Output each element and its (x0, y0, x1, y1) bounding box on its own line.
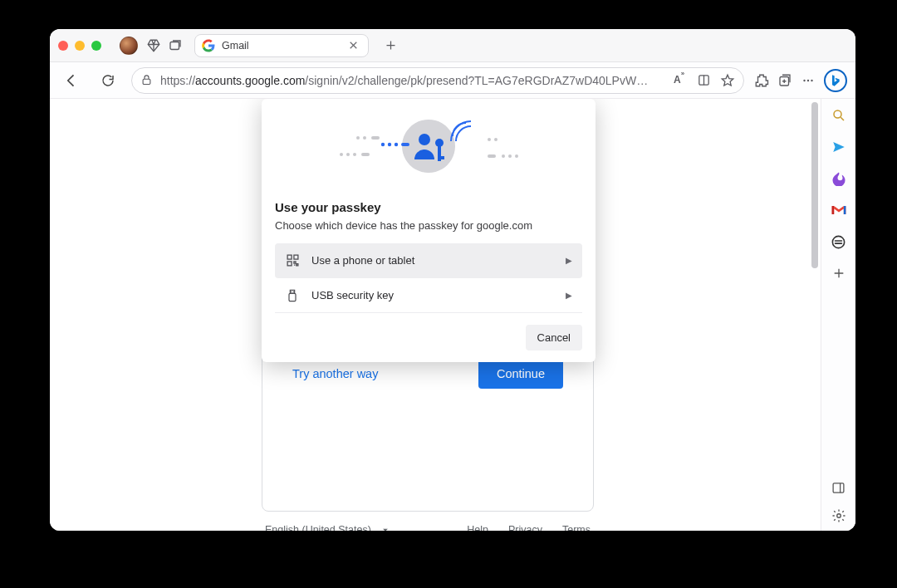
dialog-cancel-button[interactable]: Cancel (526, 325, 582, 350)
svg-point-5 (807, 79, 809, 81)
plus-icon[interactable] (831, 265, 847, 282)
page-footer: English (United States) Help Privacy Ter… (262, 524, 594, 531)
svg-point-17 (346, 153, 350, 156)
option-label: Use a phone or tablet (311, 254, 414, 267)
search-icon[interactable] (831, 107, 847, 124)
new-tab-button[interactable] (379, 34, 402, 57)
svg-rect-32 (438, 156, 444, 159)
bing-sidebar-button[interactable] (824, 69, 847, 92)
gmail-icon[interactable] (831, 202, 847, 218)
svg-point-25 (363, 136, 366, 140)
svg-rect-41 (289, 293, 296, 301)
language-label: English (United States) (265, 524, 371, 531)
svg-rect-37 (287, 255, 292, 259)
flame-icon[interactable] (831, 170, 847, 187)
svg-point-33 (381, 143, 385, 146)
chevron-right-icon: ▶ (566, 256, 572, 265)
profile-avatar[interactable] (120, 37, 138, 55)
content-area: ? Your device will ask for your fingerpr… (50, 99, 855, 531)
option-usb-key[interactable]: USB security key ▶ (275, 278, 582, 313)
svg-point-16 (340, 153, 343, 156)
url-host: accounts.google.com (195, 74, 305, 87)
dialog-subtitle: Choose which device has the passkey for … (275, 219, 582, 232)
svg-point-18 (353, 153, 356, 156)
back-button[interactable] (58, 67, 85, 94)
svg-point-43 (832, 236, 844, 247)
workspaces-icon[interactable] (146, 38, 161, 53)
svg-point-20 (502, 154, 505, 158)
more-menu-icon[interactable] (801, 73, 816, 88)
send-icon[interactable] (831, 139, 847, 155)
right-sidebar (821, 99, 855, 531)
svg-point-27 (488, 138, 491, 141)
close-tab-button[interactable] (346, 39, 360, 52)
tab-title: Gmail (222, 40, 340, 51)
chevron-right-icon: ▶ (566, 291, 572, 300)
option-phone-tablet[interactable]: Use a phone or tablet ▶ (275, 243, 582, 278)
svg-point-6 (811, 79, 812, 81)
svg-point-4 (803, 79, 805, 81)
url-scheme: https:// (160, 74, 195, 87)
address-bar[interactable]: https://accounts.google.com/signin/v2/ch… (131, 67, 744, 94)
svg-point-21 (508, 154, 512, 158)
svg-point-28 (494, 138, 498, 141)
svg-point-34 (388, 143, 391, 146)
page: ? Your device will ask for your fingerpr… (50, 99, 821, 531)
browser-window: Gmail https://accounts.google.com/signin… (50, 29, 855, 531)
svg-point-42 (834, 110, 841, 118)
titlebar: Gmail (50, 29, 855, 62)
browser-tab[interactable]: Gmail (194, 34, 369, 57)
language-selector[interactable]: English (United States) (265, 524, 391, 531)
svg-point-30 (435, 139, 444, 147)
scrollbar-thumb[interactable] (811, 102, 818, 268)
svg-rect-19 (361, 153, 370, 156)
dialog-illustration (262, 99, 596, 194)
read-aloud-icon[interactable]: A» (674, 73, 689, 88)
tab-overview-icon[interactable] (168, 38, 183, 53)
toolbar: https://accounts.google.com/signin/v2/ch… (50, 62, 855, 99)
url-path: /signin/v2/challenge/pk/presend?TL=AG7eR… (305, 74, 648, 87)
svg-point-45 (836, 514, 841, 518)
addressbar-actions: A» (674, 73, 735, 88)
option-label: USB security key (311, 289, 394, 301)
svg-rect-23 (488, 154, 496, 158)
burger-icon[interactable] (831, 233, 847, 250)
svg-rect-0 (170, 42, 179, 49)
refresh-button[interactable] (95, 67, 121, 94)
lock-icon (140, 74, 154, 87)
svg-point-29 (419, 134, 430, 145)
gear-icon[interactable] (831, 507, 847, 524)
vertical-scrollbar[interactable] (809, 99, 821, 531)
dialog-options: Use a phone or tablet ▶ USB security key… (275, 243, 582, 313)
extensions-icon[interactable] (754, 73, 769, 88)
svg-point-22 (515, 154, 518, 158)
try-another-way-link[interactable]: Try another way (292, 367, 378, 380)
svg-rect-44 (833, 483, 844, 492)
minimize-window-button[interactable] (75, 41, 85, 51)
svg-rect-38 (293, 255, 297, 259)
favorite-icon[interactable] (720, 73, 735, 88)
svg-rect-39 (287, 262, 292, 266)
google-favicon-icon (202, 39, 215, 52)
footer-help-link[interactable]: Help (467, 524, 488, 531)
passkey-chooser-dialog: Use your passkey Choose which device has… (262, 99, 596, 362)
footer-privacy-link[interactable]: Privacy (508, 524, 542, 531)
continue-button[interactable]: Continue (478, 359, 563, 389)
dialog-title: Use your passkey (275, 200, 582, 214)
collections-icon[interactable] (777, 73, 792, 88)
reader-mode-icon[interactable] (697, 73, 712, 88)
panel-icon[interactable] (831, 479, 847, 496)
qr-icon (285, 253, 300, 268)
toolbar-right (754, 69, 847, 92)
footer-terms-link[interactable]: Terms (562, 524, 591, 531)
maximize-window-button[interactable] (91, 41, 101, 51)
close-window-button[interactable] (58, 41, 68, 51)
svg-point-24 (356, 136, 360, 140)
svg-rect-36 (401, 143, 409, 146)
svg-rect-1 (143, 79, 150, 84)
window-controls (58, 41, 101, 51)
svg-point-35 (395, 143, 398, 146)
chevron-down-icon (380, 524, 391, 531)
svg-rect-26 (371, 136, 380, 140)
card-actions: Try another way Continue (292, 359, 563, 389)
